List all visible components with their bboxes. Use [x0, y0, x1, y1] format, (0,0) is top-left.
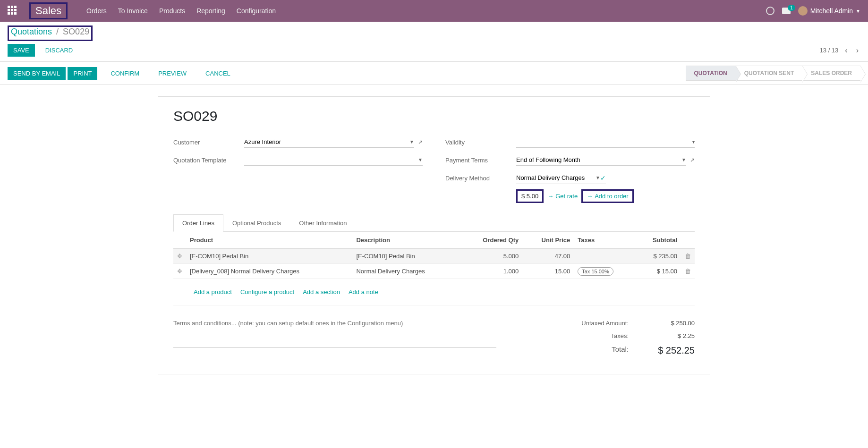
validity-input[interactable] [516, 138, 690, 145]
table-row[interactable]: ✥ [Delivery_008] Normal Delivery Charges… [173, 264, 695, 279]
delete-row-icon[interactable]: 🗑 [681, 249, 695, 264]
cell-product[interactable]: [E-COM10] Pedal Bin [186, 249, 352, 264]
print-button[interactable]: PRINT [68, 67, 97, 80]
drag-handle-icon[interactable]: ✥ [173, 264, 186, 279]
cell-qty[interactable]: 1.000 [461, 264, 523, 279]
delete-row-icon[interactable]: 🗑 [681, 264, 695, 279]
delivery-rate: $ 5.00 [516, 189, 544, 203]
label-payment-terms: Payment Terms [445, 157, 516, 164]
tax-badge: Tax 15.00% [578, 267, 613, 276]
external-link-icon[interactable]: ↗ [690, 157, 695, 163]
breadcrumb: Quotations / SO029 [11, 27, 89, 36]
taxes-value: $ 2.25 [647, 332, 695, 339]
dropdown-icon[interactable]: ▼ [681, 157, 686, 162]
preview-button[interactable]: PREVIEW [153, 67, 192, 80]
status-sent[interactable]: QUOTATION SENT [736, 66, 803, 81]
menu-products[interactable]: Products [159, 7, 185, 15]
brand-highlight: Sales [29, 2, 68, 19]
untaxed-value: $ 250.00 [647, 320, 695, 327]
order-lines-table: Product Description Ordered Qty Unit Pri… [173, 232, 695, 305]
col-product: Product [186, 232, 352, 249]
tab-order-lines[interactable]: Order Lines [173, 214, 223, 232]
dropdown-icon[interactable]: ▼ [418, 157, 423, 162]
top-menu: Orders To Invoice Products Reporting Con… [86, 7, 276, 15]
discard-button[interactable]: DISCARD [40, 44, 79, 57]
template-field[interactable]: ▼ [244, 154, 423, 166]
template-input[interactable] [244, 156, 416, 163]
apps-icon[interactable] [8, 6, 18, 16]
send-email-button[interactable]: SEND BY EMAIL [8, 67, 66, 80]
dropdown-icon[interactable]: ▼ [596, 175, 600, 180]
add-to-order-highlight: → Add to order [581, 189, 634, 203]
activity-icon[interactable] [766, 7, 774, 15]
check-icon: ✓ [600, 174, 606, 182]
record-title: SO029 [173, 108, 695, 124]
configure-product-link[interactable]: Configure a product [240, 288, 294, 296]
untaxed-label: Untaxed Amount: [515, 320, 629, 327]
terms-field[interactable] [173, 317, 496, 348]
pager-text: 13 / 13 [820, 47, 839, 54]
dropdown-icon[interactable]: ▼ [409, 139, 414, 144]
cell-taxes[interactable]: Tax 15.00% [574, 264, 635, 279]
terms-textarea[interactable] [173, 320, 496, 343]
cell-taxes[interactable] [574, 249, 635, 264]
col-unit-price: Unit Price [522, 232, 574, 249]
table-row[interactable]: ✥ [E-COM10] Pedal Bin [E-COM10] Pedal Bi… [173, 249, 695, 264]
cell-product[interactable]: [Delivery_008] Normal Delivery Charges [186, 264, 352, 279]
menu-configuration[interactable]: Configuration [237, 7, 276, 15]
confirm-button[interactable]: CONFIRM [105, 67, 145, 80]
get-rate-link[interactable]: → Get rate [547, 193, 578, 200]
menu-orders[interactable]: Orders [86, 7, 107, 15]
status-sales-order[interactable]: SALES ORDER [802, 66, 860, 81]
add-note-link[interactable]: Add a note [349, 288, 378, 296]
breadcrumb-parent[interactable]: Quotations [11, 27, 52, 36]
cell-description[interactable]: Normal Delivery Charges [352, 264, 460, 279]
col-subtotal: Subtotal [635, 232, 681, 249]
cell-subtotal: $ 235.00 [635, 249, 681, 264]
brand-label[interactable]: Sales [35, 5, 61, 17]
dropdown-icon[interactable]: ▾ [692, 139, 695, 144]
drag-handle-icon[interactable]: ✥ [173, 249, 186, 264]
payment-terms-input[interactable] [516, 156, 680, 163]
add-section-link[interactable]: Add a section [303, 288, 340, 296]
payment-terms-field[interactable]: ▼ [516, 154, 686, 166]
external-link-icon[interactable]: ↗ [418, 139, 423, 145]
tab-other-info[interactable]: Other Information [290, 214, 356, 231]
user-menu[interactable]: Mitchell Admin ▼ [798, 6, 860, 16]
cell-description[interactable]: [E-COM10] Pedal Bin [352, 249, 460, 264]
breadcrumb-current: SO029 [63, 27, 89, 36]
cancel-button[interactable]: CANCEL [200, 67, 236, 80]
add-product-link[interactable]: Add a product [194, 288, 232, 296]
form-sheet: SO029 Customer ▼ ↗ Quotation Template ▼ [158, 96, 710, 374]
messaging-icon[interactable]: 1 [782, 8, 791, 14]
cell-unit-price[interactable]: 15.00 [522, 264, 574, 279]
tab-optional-products[interactable]: Optional Products [223, 214, 290, 231]
menu-to-invoice[interactable]: To Invoice [118, 7, 148, 15]
delivery-method-input[interactable] [516, 174, 594, 181]
status-quotation[interactable]: QUOTATION [686, 66, 736, 81]
arrow-right-icon: → [587, 193, 593, 200]
pager-next-icon[interactable]: › [854, 44, 860, 57]
total-label: Total: [515, 345, 629, 356]
arrow-right-icon: → [547, 193, 553, 200]
avatar [798, 6, 808, 16]
col-description: Description [352, 232, 460, 249]
pager-prev-icon[interactable]: ‹ [843, 44, 849, 57]
save-button[interactable]: SAVE [8, 44, 35, 57]
add-to-order-link[interactable]: → Add to order [587, 193, 629, 200]
menu-reporting[interactable]: Reporting [196, 7, 225, 15]
label-validity: Validity [445, 139, 516, 146]
pager: 13 / 13 ‹ › [820, 44, 860, 57]
customer-input[interactable] [244, 138, 408, 145]
delivery-method-field[interactable]: ▼ ✓ [516, 172, 606, 184]
cell-unit-price[interactable]: 47.00 [522, 249, 574, 264]
cell-qty[interactable]: 5.000 [461, 249, 523, 264]
label-template: Quotation Template [173, 157, 244, 164]
col-taxes: Taxes [574, 232, 635, 249]
tabs: Order Lines Optional Products Other Info… [173, 214, 695, 232]
customer-field[interactable]: ▼ [244, 136, 414, 148]
validity-field[interactable]: ▾ [516, 136, 695, 148]
total-value: $ 252.25 [647, 345, 695, 356]
col-qty: Ordered Qty [461, 232, 523, 249]
label-delivery-method: Delivery Method [445, 175, 516, 182]
